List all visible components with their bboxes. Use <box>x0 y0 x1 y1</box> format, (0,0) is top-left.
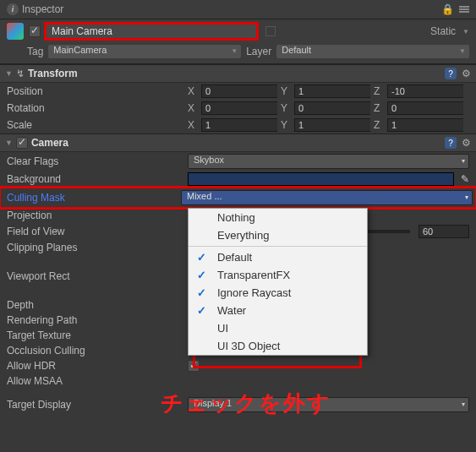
scl-x[interactable] <box>201 118 277 132</box>
gameobject-icon[interactable] <box>7 23 24 40</box>
transform-title: Transform <box>28 68 78 79</box>
static-checkbox[interactable] <box>265 26 276 36</box>
help-icon[interactable]: ? <box>445 137 457 149</box>
panel-menu-icon[interactable] <box>459 6 469 13</box>
fov-value[interactable] <box>419 225 469 238</box>
pos-z[interactable] <box>387 84 463 98</box>
position-row: Position X Y Z <box>0 83 476 100</box>
panel-title: Inspector <box>22 3 63 15</box>
lock-icon[interactable]: 🔒 <box>441 3 454 15</box>
gear-icon[interactable]: ⚙ <box>462 137 471 149</box>
static-dropdown-arrow[interactable]: ▼ <box>462 28 469 35</box>
culling-mask-popup: Nothing Everything ✓Default ✓Transparent… <box>188 208 368 356</box>
transform-header[interactable]: ▼ ↯ Transform ? ⚙ <box>0 64 476 83</box>
static-label: Static <box>430 25 456 37</box>
popup-item-transparentfx[interactable]: ✓TransparentFX <box>189 266 367 284</box>
rot-z[interactable] <box>387 101 463 115</box>
camera-title: Camera <box>31 137 68 149</box>
rot-x[interactable] <box>201 101 277 115</box>
tag-label: Tag <box>27 46 43 57</box>
rotation-row: Rotation X Y Z <box>0 100 476 117</box>
popup-item-ui[interactable]: UI <box>189 319 367 337</box>
camera-header[interactable]: ▼ Camera ? ⚙ <box>0 133 476 152</box>
scl-y[interactable] <box>294 118 370 132</box>
object-name-field[interactable] <box>46 24 257 39</box>
popup-divider <box>189 246 367 247</box>
culling-mask-row: Culling Mask Mixed ...▾ <box>0 188 476 208</box>
help-icon[interactable]: ? <box>445 68 457 79</box>
background-color-field[interactable] <box>188 172 454 186</box>
object-name-row: Static ▼ <box>0 19 476 43</box>
pos-x[interactable] <box>201 84 277 98</box>
transform-icon: ↯ <box>16 68 25 79</box>
layer-dropdown[interactable]: Default▼ <box>276 45 469 58</box>
popup-item-ignoreraycast[interactable]: ✓Ignore Raycast <box>189 284 367 302</box>
rot-y[interactable] <box>294 101 370 115</box>
eyedropper-icon[interactable]: ✎ <box>461 173 469 185</box>
scale-row: Scale X Y Z <box>0 117 476 133</box>
popup-item-default[interactable]: ✓Default <box>189 248 367 266</box>
clear-flags-row: Clear Flags Skybox▾ <box>0 152 476 171</box>
popup-item-water[interactable]: ✓Water <box>189 302 367 319</box>
gear-icon[interactable]: ⚙ <box>462 68 471 79</box>
layer-label: Layer <box>246 46 271 57</box>
fold-icon: ▼ <box>5 139 13 147</box>
scl-z[interactable] <box>387 118 463 132</box>
tag-layer-row: Tag MainCamera▼ Layer Default▼ <box>0 43 476 64</box>
inspector-icon: i <box>7 3 19 15</box>
pos-y[interactable] <box>294 84 370 98</box>
background-row: Background ✎ <box>0 171 476 188</box>
clear-flags-dropdown[interactable]: Skybox▾ <box>188 154 469 169</box>
culling-mask-dropdown[interactable]: Mixed ...▾ <box>181 190 473 205</box>
allow-msaa-row: Allow MSAA <box>0 373 476 389</box>
tag-dropdown[interactable]: MainCamera▼ <box>48 45 241 58</box>
popup-item-ui3dobject[interactable]: UI 3D Object <box>189 337 367 355</box>
camera-enable-checkbox[interactable] <box>16 137 28 149</box>
popup-item-nothing[interactable]: Nothing <box>189 209 367 226</box>
popup-item-everything[interactable]: Everything <box>189 226 367 244</box>
allow-hdr-row: Allow HDR <box>0 358 476 373</box>
fold-icon: ▼ <box>5 69 13 78</box>
annotation-text: チェックを外す <box>161 389 331 418</box>
inspector-header: i Inspector 🔒 <box>0 0 476 19</box>
enable-checkbox[interactable] <box>29 25 41 37</box>
allow-hdr-checkbox[interactable] <box>188 360 200 372</box>
